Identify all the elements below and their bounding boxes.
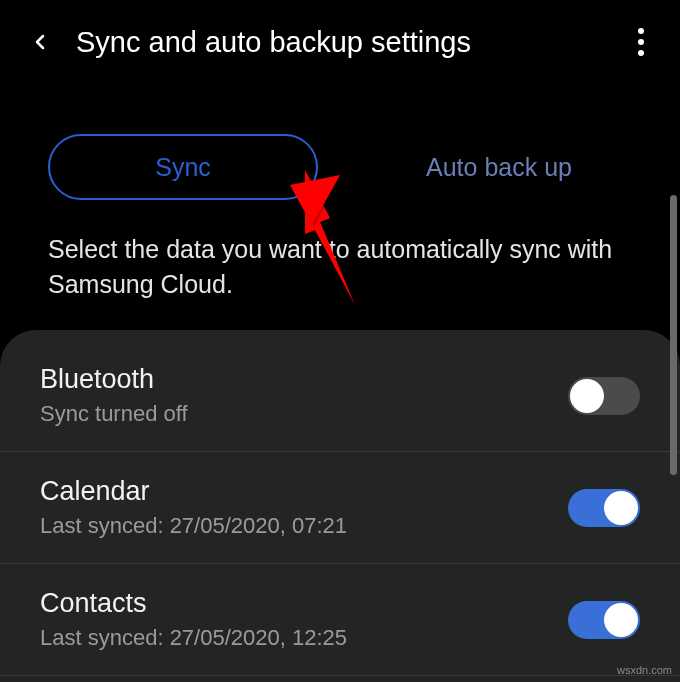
header: Sync and auto backup settings xyxy=(0,0,680,84)
toggle-bluetooth[interactable] xyxy=(568,377,640,415)
tab-sync[interactable]: Sync xyxy=(48,134,318,200)
item-text: Contacts Last synced: 27/05/2020, 12:25 xyxy=(40,588,568,651)
toggle-knob xyxy=(570,379,604,413)
tab-auto-backup[interactable]: Auto back up xyxy=(366,134,632,200)
list-item[interactable]: Bluetooth Sync turned off xyxy=(0,330,680,452)
sync-description: Select the data you want to automaticall… xyxy=(0,224,680,330)
watermark: wsxdn.com xyxy=(617,664,672,676)
tabs: Sync Auto back up xyxy=(0,84,680,224)
page-title: Sync and auto backup settings xyxy=(76,26,606,59)
scroll-indicator[interactable] xyxy=(670,195,677,475)
item-title: Calendar xyxy=(40,476,568,507)
toggle-knob xyxy=(604,491,638,525)
item-subtitle: Last synced: 27/05/2020, 12:25 xyxy=(40,625,568,651)
list-item[interactable]: Calendar Last synced: 27/05/2020, 07:21 xyxy=(0,452,680,564)
toggle-knob xyxy=(604,603,638,637)
item-text: Bluetooth Sync turned off xyxy=(40,364,568,427)
more-options-icon[interactable] xyxy=(626,20,656,64)
item-subtitle: Sync turned off xyxy=(40,401,568,427)
toggle-calendar[interactable] xyxy=(568,489,640,527)
item-title: Contacts xyxy=(40,588,568,619)
item-text: Calendar Last synced: 27/05/2020, 07:21 xyxy=(40,476,568,539)
item-title: Bluetooth xyxy=(40,364,568,395)
toggle-contacts[interactable] xyxy=(568,601,640,639)
item-subtitle: Last synced: 27/05/2020, 07:21 xyxy=(40,513,568,539)
list-item[interactable]: Contacts Last synced: 27/05/2020, 12:25 xyxy=(0,564,680,676)
back-icon[interactable] xyxy=(24,30,56,54)
settings-panel: Bluetooth Sync turned off Calendar Last … xyxy=(0,330,680,682)
